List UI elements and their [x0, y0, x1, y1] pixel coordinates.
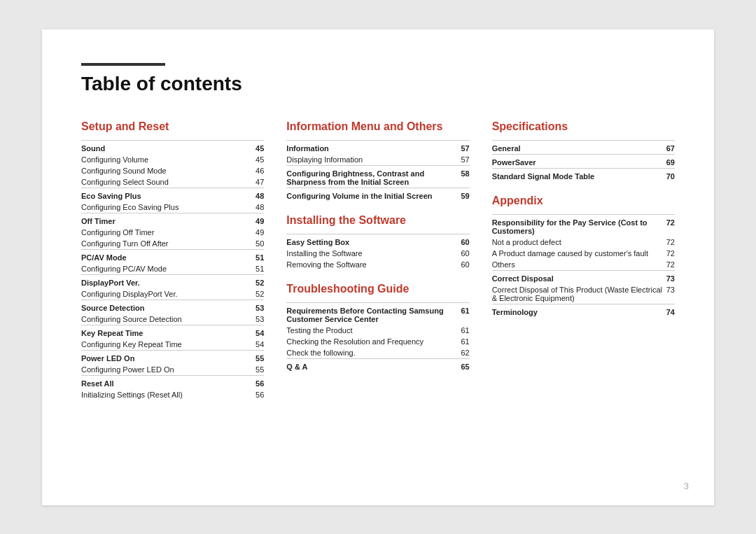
toc-label: PowerSaver: [492, 154, 661, 168]
toc-page: 53: [250, 300, 264, 314]
table-row: Configuring PC/AV Mode51: [81, 263, 264, 275]
toc-page: 72: [666, 237, 675, 248]
toc-page: 72: [666, 214, 675, 237]
toc-page: 74: [666, 304, 675, 318]
toc-table-info: Information57Displaying Information57Con…: [286, 140, 469, 202]
table-row: Others72: [492, 259, 675, 271]
toc-label: Off Timer: [81, 213, 250, 227]
toc-label: PC/AV Mode: [81, 249, 250, 263]
toc-page: 73: [666, 284, 675, 304]
table-row: Key Repeat Time54: [81, 325, 264, 339]
toc-page: 49: [250, 213, 264, 227]
toc-label: Configuring Turn Off After: [81, 238, 250, 250]
toc-label: Configuring Sound Mode: [81, 165, 250, 176]
toc-label: Configuring Volume: [81, 154, 250, 165]
toc-page: 56: [250, 389, 264, 400]
toc-label: Key Repeat Time: [81, 325, 250, 339]
table-row: Configuring Brightness, Contrast and Sha…: [286, 165, 469, 188]
page-title: Table of contents: [81, 73, 675, 95]
table-row: Configuring Sound Mode46: [81, 165, 264, 176]
table-row: Configuring Off Timer49: [81, 227, 264, 238]
toc-page: 51: [250, 249, 264, 263]
toc-table-software: Easy Setting Box60Installing the Softwar…: [286, 234, 469, 270]
columns: Setup and Reset Sound45Configuring Volum…: [81, 120, 675, 400]
toc-label: Correct Disposal: [492, 270, 666, 284]
toc-label: Power LED On: [81, 350, 250, 364]
toc-label: Not a product defect: [492, 237, 666, 248]
toc-label: Responsibility for the Pay Service (Cost…: [492, 214, 666, 237]
title-bar: [81, 63, 165, 66]
toc-page: 59: [461, 188, 469, 202]
toc-label: General: [492, 140, 661, 154]
toc-label: Testing the Product: [286, 325, 461, 336]
toc-label: Source Detection: [81, 300, 250, 314]
col-information: Information Menu and Others Information5…: [286, 120, 491, 400]
toc-table-setup: Sound45Configuring Volume45Configuring S…: [81, 140, 264, 400]
toc-label: Easy Setting Box: [286, 234, 451, 248]
toc-page: 54: [250, 339, 264, 351]
toc-label: Initializing Settings (Reset All): [81, 389, 250, 400]
table-row: PC/AV Mode51: [81, 249, 264, 263]
toc-label: Configuring Eco Saving Plus: [81, 202, 250, 213]
toc-label: Sound: [81, 140, 250, 154]
toc-label: Configuring Select Sound: [81, 176, 250, 188]
table-row: Removing the Software60: [286, 259, 469, 270]
toc-page: 52: [250, 274, 264, 288]
table-row: Configuring DisplayPort Ver.52: [81, 288, 264, 300]
toc-table-troubleshooting: Requirements Before Contacting Samsung C…: [286, 302, 469, 372]
toc-table-appendix: Responsibility for the Pay Service (Cost…: [492, 214, 675, 318]
table-row: Configuring Select Sound47: [81, 176, 264, 188]
toc-page: 53: [250, 314, 264, 325]
toc-label: Configuring PC/AV Mode: [81, 263, 250, 275]
toc-page: 67: [661, 140, 675, 154]
table-row: Installing the Software60: [286, 248, 469, 259]
table-row: Source Detection53: [81, 300, 264, 314]
toc-label: Configuring Brightness, Contrast and Sha…: [286, 165, 461, 188]
toc-label: Checking the Resolution and Frequency: [286, 336, 461, 347]
toc-page: 47: [250, 176, 264, 188]
toc-page: 45: [250, 140, 264, 154]
toc-page: 58: [461, 165, 469, 188]
table-row: Configuring Turn Off After50: [81, 238, 264, 250]
toc-page: 60: [451, 248, 469, 259]
table-row: Configuring Key Repeat Time54: [81, 339, 264, 351]
section-title-setup: Setup and Reset: [81, 120, 264, 133]
toc-label: Installing the Software: [286, 248, 451, 259]
table-row: Check the following.62: [286, 347, 469, 359]
toc-page: 45: [250, 154, 264, 165]
table-row: Testing the Product61: [286, 325, 469, 336]
toc-page: 55: [250, 364, 264, 376]
table-row: PowerSaver69: [492, 154, 675, 168]
table-row: Responsibility for the Pay Service (Cost…: [492, 214, 675, 237]
table-row: Off Timer49: [81, 213, 264, 227]
table-row: Displaying Information57: [286, 154, 469, 166]
toc-page: 52: [250, 288, 264, 300]
toc-page: 46: [250, 165, 264, 176]
toc-page: 54: [250, 325, 264, 339]
toc-label: Configuring Power LED On: [81, 364, 250, 376]
toc-page: 62: [461, 347, 469, 359]
toc-page: 65: [461, 358, 469, 372]
toc-page: 69: [661, 154, 675, 168]
toc-page: 61: [461, 302, 469, 325]
table-row: Configuring Source Detection53: [81, 314, 264, 325]
toc-label: Standard Signal Mode Table: [492, 168, 661, 182]
col-setup-reset: Setup and Reset Sound45Configuring Volum…: [81, 120, 286, 400]
toc-page: 70: [661, 168, 675, 182]
toc-label: Configuring Volume in the Initial Screen: [286, 188, 461, 202]
toc-page: 48: [250, 188, 264, 202]
toc-page: 50: [250, 238, 264, 250]
table-row: Configuring Eco Saving Plus48: [81, 202, 264, 213]
table-row: Q & A65: [286, 358, 469, 372]
toc-page: 73: [666, 270, 675, 284]
title-container: Table of contents: [81, 63, 675, 95]
table-row: Initializing Settings (Reset All)56: [81, 389, 264, 400]
toc-label: Others: [492, 259, 666, 271]
toc-label: Q & A: [286, 358, 461, 372]
toc-page: 61: [461, 325, 469, 336]
toc-label: DisplayPort Ver.: [81, 274, 250, 288]
toc-page: 57: [461, 154, 469, 166]
table-row: Easy Setting Box60: [286, 234, 469, 248]
table-row: Terminology74: [492, 304, 675, 318]
table-row: Correct Disposal73: [492, 270, 675, 284]
